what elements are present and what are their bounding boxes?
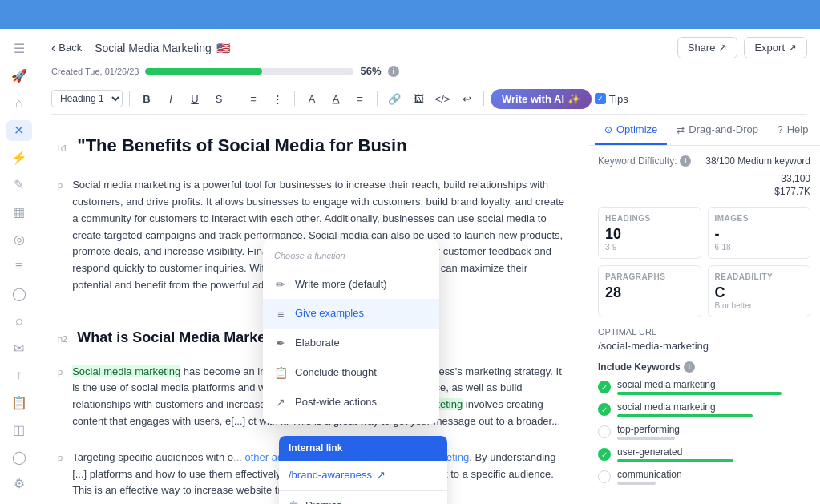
sidebar-icon-editor[interactable]: ✕ xyxy=(6,120,32,141)
highlight-relationships: relationships xyxy=(72,398,131,410)
align-button[interactable]: ≡ xyxy=(349,88,370,109)
internal-link-url[interactable]: /brand-awareness ↗ xyxy=(279,461,447,491)
strikethrough-button[interactable]: S xyxy=(208,88,229,109)
text-bg-button[interactable]: A xyxy=(325,88,346,109)
back-label: Back xyxy=(59,42,82,54)
link-button[interactable]: 🔗 xyxy=(384,88,405,109)
p3-label: p xyxy=(58,451,63,466)
sidebar-icon-bolt[interactable]: ⚡ xyxy=(6,147,32,168)
italic-button[interactable]: I xyxy=(160,88,181,109)
h1-label: h1 xyxy=(58,142,67,156)
sidebar-icon-upload[interactable]: ↑ xyxy=(6,365,32,385)
include-keywords-label: Include Keywords i xyxy=(598,361,810,373)
sidebar-icon-search[interactable]: ⌕ xyxy=(6,310,32,331)
sidebar-icon-folder[interactable]: ◫ xyxy=(6,419,32,440)
editor-content[interactable]: h1 "The Benefits of Social Media for Bus… xyxy=(38,115,588,504)
post-wide-icon: ↗ xyxy=(274,396,287,409)
sidebar-icon-mail[interactable]: ✉ xyxy=(6,337,32,358)
drag-drop-icon: ⇄ xyxy=(677,124,685,135)
tips-toggle[interactable]: Tips xyxy=(595,93,628,105)
kw-info-1: social media marketing xyxy=(617,401,810,417)
kw-status-4 xyxy=(598,470,611,483)
code-button[interactable]: </> xyxy=(432,88,453,109)
ai-dropdown: Choose a function ✏ Write more (default)… xyxy=(263,240,439,424)
heading-select[interactable]: Heading 1 xyxy=(51,90,123,107)
sidebar-icon-chart[interactable]: ▦ xyxy=(6,202,32,223)
export-button[interactable]: Export ↗ xyxy=(744,37,807,58)
optimize-icon: ⊙ xyxy=(604,124,612,135)
heading-h1: "The Benefits of Social Media for Busin xyxy=(77,131,406,159)
kw-bar-0 xyxy=(617,392,782,395)
ai-give-examples[interactable]: ≡ Give examples xyxy=(263,299,439,329)
keyword-item-4: communication xyxy=(598,469,810,485)
kw-text-1: social media marketing xyxy=(617,401,810,413)
p2-label: p xyxy=(58,365,63,380)
header-actions: Share ↗ Export ↗ xyxy=(677,37,807,58)
created-label: Created Tue, 01/26/23 xyxy=(51,67,139,76)
sidebar-icon-home[interactable]: ⌂ xyxy=(6,93,32,114)
doc-title: Social Media Marketing 🇺🇸 xyxy=(95,42,230,54)
external-link-icon: ↗ xyxy=(377,467,386,484)
keyword-item-1: ✓ social media marketing xyxy=(598,401,810,417)
write-ai-button[interactable]: Write with AI ✨ xyxy=(491,89,592,109)
kw-text-3: user-generated xyxy=(617,446,810,458)
kw-text-4: communication xyxy=(617,469,810,480)
sidebar-icon-list[interactable]: ≡ xyxy=(6,256,32,277)
kw-bar-2 xyxy=(617,437,675,440)
ai-post-wide[interactable]: ↗ Post-wide actions xyxy=(263,388,439,417)
sidebar-icon-profile[interactable]: ◯ xyxy=(6,446,32,467)
ol-button[interactable]: ⋮ xyxy=(267,88,288,109)
keyword-difficulty-row: Keyword Difficulty: i 38/100 Medium keyw… xyxy=(598,155,810,167)
metric-images: IMAGES - 6-18 xyxy=(708,207,811,259)
optimal-url-value: /social-media-marketing xyxy=(598,340,810,352)
include-kw-info-icon[interactable]: i xyxy=(684,361,695,373)
back-button[interactable]: Back xyxy=(51,41,82,55)
toolbar: Heading 1 B I U S ≡ ⋮ A A ≡ 🔗 🖼 xyxy=(51,83,807,115)
tab-help[interactable]: ? Help xyxy=(768,115,818,145)
optimal-url-label: OPTIMAL URL xyxy=(598,327,810,337)
tab-drag-drop[interactable]: ⇄ Drag-and-Drop xyxy=(667,115,768,145)
sidebar-icon-settings[interactable]: ⚙ xyxy=(6,474,32,494)
sidebar-icon-user[interactable]: ◯ xyxy=(6,283,32,304)
kw-text-2: top-performing xyxy=(617,424,810,435)
undo-button[interactable]: ↩ xyxy=(456,88,477,109)
right-tabs: ⊙ Optimize ⇄ Drag-and-Drop ? Help xyxy=(588,115,820,146)
keyword-item-0: ✓ social media marketing xyxy=(598,379,810,395)
ai-write-more[interactable]: ✏ Write more (default) xyxy=(263,270,439,300)
sidebar-icon-clipboard[interactable]: 📋 xyxy=(6,392,32,413)
ul-button[interactable]: ≡ xyxy=(243,88,264,109)
ai-elaborate[interactable]: ✒ Elaborate xyxy=(263,329,439,358)
dismiss-button[interactable]: 🗑 Dismiss xyxy=(279,491,447,504)
sidebar-icon-rocket[interactable]: 🚀 xyxy=(6,66,32,87)
progress-info-icon[interactable]: i xyxy=(388,66,399,77)
ai-conclude[interactable]: 📋 Conclude thought xyxy=(263,358,439,388)
metrics-grid: HEADINGS 10 3-9 IMAGES - 6-18 PARAGRAPHS xyxy=(598,207,810,317)
bold-button[interactable]: B xyxy=(136,88,157,109)
editor-right-split: h1 "The Benefits of Social Media for Bus… xyxy=(38,115,820,504)
progress-percentage: 56% xyxy=(360,65,381,77)
sidebar-icon-bulb[interactable]: ◎ xyxy=(6,229,32,250)
sidebar-icon-menu[interactable]: ☰ xyxy=(6,38,32,59)
right-panel: ⊙ Optimize ⇄ Drag-and-Drop ? Help xyxy=(588,115,820,504)
conclude-icon: 📋 xyxy=(274,366,287,379)
text-color-button[interactable]: A xyxy=(301,88,322,109)
kw-text-0: social media marketing xyxy=(617,379,810,390)
content-area: Back Social Media Marketing 🇺🇸 Share ↗ xyxy=(38,29,820,504)
toolbar-separator-5 xyxy=(483,91,484,106)
internal-link-popup: Internal link /brand-awareness ↗ 🗑 Dismi… xyxy=(279,436,447,504)
kw-info-icon[interactable]: i xyxy=(680,155,691,167)
kw-bar-3 xyxy=(617,459,733,462)
share-button[interactable]: Share ↗ xyxy=(677,37,738,58)
metric-readability: READABILITY C B or better xyxy=(708,265,811,317)
h2-label: h2 xyxy=(58,333,67,347)
editor-nav: Back Social Media Marketing 🇺🇸 Share ↗ xyxy=(51,37,807,58)
give-examples-icon: ≡ xyxy=(274,308,287,321)
p1-label: p xyxy=(58,179,63,193)
image-button[interactable]: 🖼 xyxy=(408,88,429,109)
kw-stats: 33,100 $177.7K xyxy=(598,173,810,197)
sidebar-icon-edit[interactable]: ✎ xyxy=(6,175,32,196)
underline-button[interactable]: U xyxy=(184,88,205,109)
kw-status-1: ✓ xyxy=(598,403,611,416)
left-sidebar: ☰ 🚀 ⌂ ✕ ⚡ ✎ ▦ ◎ ≡ ◯ ⌕ ✉ ↑ 📋 ◫ ◯ ⚙ xyxy=(0,29,38,504)
tab-optimize[interactable]: ⊙ Optimize xyxy=(595,115,667,145)
